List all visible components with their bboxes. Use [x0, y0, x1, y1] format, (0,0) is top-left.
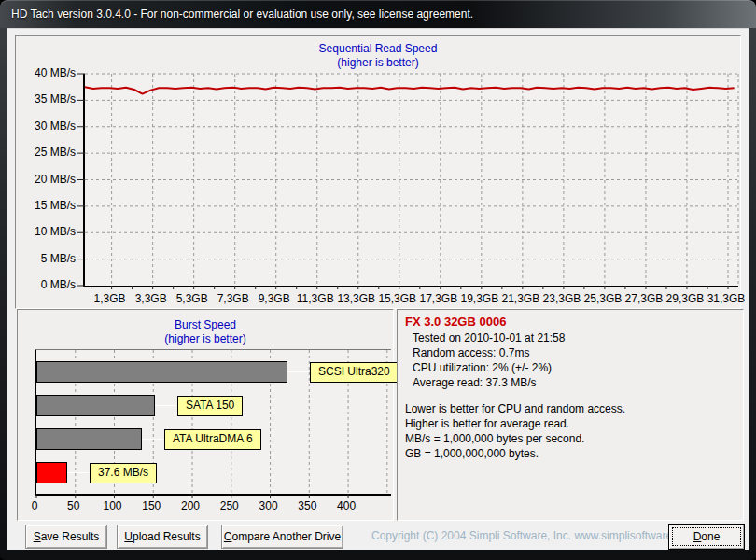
sequential-chart-subtitle: (higher is better): [16, 56, 740, 70]
save-results-button[interactable]: Save Results: [25, 525, 107, 549]
info-note: Lower is better for CPU and random acces…: [405, 401, 625, 416]
seq-y-tick-label: 25 MB/s: [18, 146, 76, 159]
burst-bar: [36, 428, 142, 450]
client-area: Sequential Read Speed (higher is better)…: [7, 28, 749, 550]
drive-name: FX 3.0 32GB 0006: [405, 315, 506, 329]
compare-another-drive-button[interactable]: Compare Another Drive: [221, 525, 343, 549]
sequential-read-panel: Sequential Read Speed (higher is better)…: [15, 35, 741, 309]
bar-connector-line: [287, 371, 309, 372]
bar-value-label: SATA 150: [177, 396, 243, 416]
compare-another-drive-label: Compare Another Drive: [224, 530, 341, 543]
bar-connector-line: [67, 472, 89, 473]
drive-info-panel: FX 3.0 32GB 0006 Tested on 2010-10-01 at…: [397, 309, 744, 521]
sequential-read-line: [85, 87, 735, 93]
seq-y-tick-label: 40 MB/s: [18, 66, 76, 79]
info-line: Average read: 37.3 MB/s: [413, 375, 565, 390]
seq-y-tick-label: 20 MB/s: [18, 173, 76, 186]
seq-axis-ticks: [77, 74, 728, 289]
burst-speed-plot: SCSI Ultra320SATA 150ATA UltraDMA 637.6 …: [35, 349, 391, 496]
info-note: MB/s = 1,000,000 bytes per second.: [405, 431, 625, 446]
hd-tach-window: HD Tach version 3.0.4.0 - For non-commer…: [0, 0, 756, 560]
window-titlebar[interactable]: HD Tach version 3.0.4.0 - For non-commer…: [0, 0, 756, 28]
burst-chart-title-text: Burst Speed: [18, 318, 393, 332]
bar-value-label: 37.6 MB/s: [90, 463, 157, 483]
bar-connector-line: [155, 405, 176, 406]
burst-bar: [36, 361, 287, 383]
done-button[interactable]: Done: [668, 524, 745, 550]
bar-connector-line: [142, 439, 163, 440]
burst-bar: [36, 395, 155, 416]
copyright-text: Copyright (C) 2004 Simpli Software, Inc.…: [371, 529, 696, 542]
burst-x-tick-label: 100: [94, 499, 132, 512]
info-note: GB = 1,000,000,000 bytes.: [405, 446, 625, 461]
burst-chart-subtitle: (higher is better): [18, 332, 393, 346]
burst-axis-ticks: [36, 494, 348, 498]
burst-x-tick-label: 350: [288, 499, 326, 512]
info-line: Random access: 0.7ms: [413, 345, 565, 360]
seq-gridlines: [85, 74, 738, 286]
burst-x-tick-label: 200: [172, 499, 209, 512]
seq-x-tick-label: 31,3GB: [698, 292, 754, 305]
done-label: Done: [693, 530, 721, 543]
upload-results-button[interactable]: Upload Results: [117, 525, 208, 549]
legend-notes: Lower is better for CPU and random acces…: [405, 401, 625, 461]
burst-speed-panel: Burst Speed (higher is better) SCSI Ultr…: [17, 309, 394, 521]
burst-x-tick-label: 150: [133, 499, 170, 512]
window-title: HD Tach version 3.0.4.0 - For non-commer…: [11, 7, 473, 21]
burst-x-tick-label: 50: [55, 499, 92, 512]
seq-y-tick-label: 30 MB/s: [18, 119, 76, 133]
bar-value-label: ATA UltraDMA 6: [164, 429, 261, 450]
burst-x-tick-label: 250: [211, 499, 248, 512]
info-note: Higher is better for average read.: [405, 416, 625, 431]
seq-y-tick-label: 15 MB/s: [18, 199, 76, 212]
seq-y-tick-label: 10 MB/s: [18, 225, 76, 238]
bar-value-label: SCSI Ultra320: [310, 362, 399, 383]
burst-x-tick-label: 0: [16, 499, 53, 512]
burst-x-tick-label: 400: [328, 499, 365, 512]
burst-chart-title: Burst Speed (higher is better): [18, 318, 393, 346]
info-line: CPU utilization: 2% (+/- 2%): [413, 360, 565, 375]
info-line: Tested on 2010-10-01 at 21:58: [413, 330, 565, 345]
drive-stats: Tested on 2010-10-01 at 21:58Random acce…: [413, 330, 565, 390]
upload-results-label: Upload Results: [124, 530, 200, 543]
sequential-chart-title-text: Sequential Read Speed: [16, 42, 740, 56]
sequential-read-svg: [85, 74, 738, 286]
sequential-read-plot: [83, 74, 738, 287]
seq-y-tick-label: 35 MB/s: [18, 92, 76, 105]
seq-y-tick-label: 0 MB/s: [18, 278, 76, 291]
seq-y-tick-label: 5 MB/s: [18, 252, 76, 265]
save-results-label: Save Results: [34, 530, 100, 543]
burst-x-tick-label: 300: [250, 499, 287, 512]
sequential-chart-title: Sequential Read Speed (higher is better): [16, 42, 740, 70]
burst-bar: [36, 462, 67, 483]
